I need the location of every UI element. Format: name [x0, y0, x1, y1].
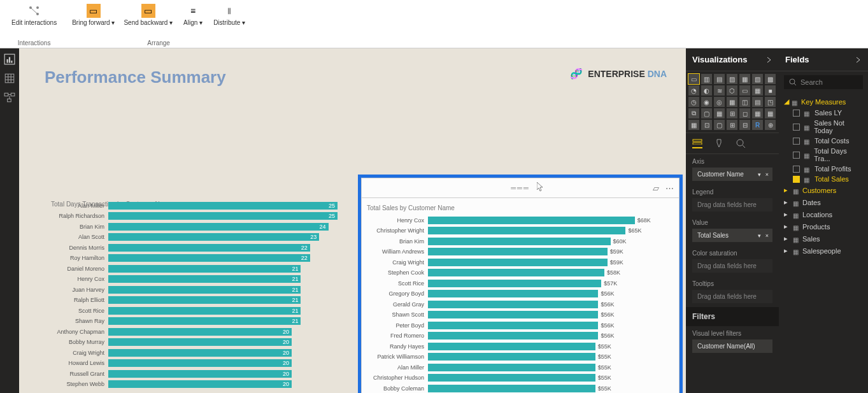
tooltips-dropzone[interactable]: Drag data fields here — [692, 290, 772, 303]
viz-type-icon[interactable]: ◷ — [688, 97, 699, 107]
viz-type-icon[interactable]: ▥ — [701, 74, 712, 84]
bar-row[interactable]: Russell Grant20 — [45, 369, 338, 378]
analytics-tab-icon[interactable] — [736, 138, 746, 148]
viz-type-icon[interactable]: ◎ — [714, 97, 725, 107]
bar-row[interactable]: Scott Rice$57K — [364, 278, 671, 288]
viz-type-icon[interactable]: ■ — [765, 85, 776, 96]
bar-row[interactable]: Daniel Moreno21 — [45, 264, 338, 273]
focus-mode-icon[interactable]: ▱ — [653, 183, 659, 193]
viz-type-icon[interactable]: ◳ — [765, 97, 776, 107]
viz-type-icon[interactable]: ▦ — [765, 108, 776, 118]
viz-type-icon[interactable]: ▦ — [688, 120, 699, 130]
table-group-head[interactable]: ▸Sales — [784, 232, 863, 245]
report-canvas[interactable]: Performance Summary 🧬 ENTERPRISE DNA Tot… — [19, 48, 686, 393]
send-backward-button[interactable]: ▭ Send backward ▾ — [121, 3, 175, 28]
table-group-head[interactable]: ▸Products — [784, 220, 863, 232]
viz-type-icon[interactable]: ▭ — [688, 74, 699, 84]
field-item[interactable]: Sales LY — [784, 108, 863, 118]
viz-type-icon[interactable]: ◐ — [701, 85, 712, 96]
viz-type-icon[interactable]: R — [752, 120, 763, 130]
bar-row[interactable]: Roy Hamilton22 — [45, 254, 338, 263]
viz-type-icon[interactable]: ▦ — [727, 97, 737, 107]
bar-row[interactable]: Anthony Chapman20 — [45, 327, 338, 336]
chart-total-days[interactable]: Total Days Transacting by Customer Name … — [45, 185, 338, 393]
viz-type-icon[interactable]: ▧ — [752, 74, 763, 84]
viz-type-icon[interactable]: ▭ — [739, 85, 750, 96]
bar-row[interactable]: Craig Wright$59K — [364, 257, 671, 267]
bar-row[interactable]: Ralph Richardson25 — [45, 211, 338, 221]
viz-type-icon[interactable]: ▢ — [714, 120, 725, 130]
bar-row[interactable]: Dennis Morris22 — [45, 243, 338, 252]
viz-type-icon[interactable]: ⊞ — [727, 108, 737, 118]
viz-type-icon[interactable]: ⊡ — [701, 120, 712, 130]
field-item[interactable]: Total Days Tra... — [784, 146, 863, 164]
viz-type-icon[interactable]: ▤ — [714, 74, 725, 84]
visual-filter-field[interactable]: Customer Name(All) — [692, 339, 772, 353]
bar-row[interactable]: Stephen Cook$58K — [364, 268, 671, 278]
bar-row[interactable]: Gregory Boyd$56K — [364, 289, 671, 299]
field-item[interactable]: Total Sales — [784, 174, 863, 184]
viz-type-icon[interactable]: ⊞ — [727, 120, 737, 130]
viz-type-icon[interactable]: ▢ — [701, 108, 712, 118]
chart-grip-icon[interactable]: ═══ — [511, 184, 529, 192]
table-group-head[interactable]: ▸Salespeople — [784, 245, 863, 257]
bar-row[interactable]: Christopher Wright$65K — [364, 226, 671, 236]
value-field[interactable]: Total Sales▾× — [692, 229, 772, 242]
field-item[interactable]: Total Profits — [784, 164, 863, 174]
filters-header[interactable]: Filters — [686, 307, 779, 326]
viz-type-icon[interactable]: ◉ — [701, 97, 712, 107]
table-group-head[interactable]: ▸Locations — [784, 208, 863, 220]
format-tab-icon[interactable] — [714, 138, 724, 148]
field-item[interactable]: Sales Not Today — [784, 118, 863, 136]
viz-type-icon[interactable]: ◻ — [739, 108, 750, 118]
viz-type-icon[interactable]: ⊕ — [765, 120, 776, 130]
model-view-icon[interactable] — [4, 92, 15, 103]
fields-header[interactable]: Fields — [779, 48, 868, 71]
viz-type-icon[interactable]: ▩ — [765, 74, 776, 84]
bar-row[interactable]: Howard Lewis20 — [45, 359, 338, 368]
bar-row[interactable]: Shawn Scott$56K — [364, 310, 671, 320]
distribute-button[interactable]: ⫴ Distribute ▾ — [211, 3, 248, 28]
bar-row[interactable]: Shawn Ray21 — [45, 317, 338, 326]
field-item[interactable]: Total Costs — [784, 136, 863, 146]
bar-row[interactable]: Alan Scott23 — [45, 232, 338, 242]
viz-type-icon[interactable]: ▦ — [752, 108, 763, 118]
bar-row[interactable]: Scott Rice21 — [45, 306, 338, 315]
bar-row[interactable]: Henry Cox$68K — [364, 215, 671, 225]
viz-type-icon[interactable]: ▦ — [714, 108, 725, 118]
viz-type-icon[interactable]: ▤ — [752, 97, 763, 107]
bar-row[interactable]: Gerald Gray$56K — [364, 299, 671, 309]
report-view-icon[interactable] — [4, 54, 15, 65]
chevron-right-icon[interactable] — [855, 57, 862, 63]
chevron-right-icon[interactable] — [766, 57, 772, 63]
viz-type-icon[interactable]: ▨ — [727, 74, 737, 84]
bar-row[interactable]: Brian Kim$60K — [364, 236, 671, 246]
viz-type-icon[interactable]: ▦ — [752, 85, 763, 96]
bar-row[interactable]: Ralph Elliott21 — [45, 296, 338, 305]
align-button[interactable]: ≡ Align ▾ — [179, 3, 207, 28]
table-group-head[interactable]: ▸Customers — [784, 184, 863, 196]
viz-type-icon[interactable]: ▦ — [739, 74, 750, 84]
viz-type-icon[interactable]: ◫ — [739, 97, 750, 107]
chart-total-sales[interactable]: ═══ ▱ ⋯ Total Sales by Customer Name Hen… — [358, 175, 683, 393]
table-group-head[interactable]: ▸Dates — [784, 196, 863, 208]
bar-row[interactable]: Craig Wright20 — [45, 348, 338, 357]
axis-field[interactable]: Customer Name▾× — [692, 168, 772, 181]
viz-type-icon[interactable]: ≋ — [714, 85, 725, 96]
bring-forward-button[interactable]: ▭ Bring forward ▾ — [69, 3, 117, 28]
bar-row[interactable]: Bobby Murray20 — [45, 338, 338, 347]
data-view-icon[interactable] — [4, 73, 15, 84]
bar-row[interactable]: Fred Romero$56K — [364, 331, 671, 341]
visualizations-header[interactable]: Visualizations — [686, 48, 779, 71]
bar-row[interactable]: Alan Miller$55K — [364, 362, 671, 372]
bar-row[interactable]: Juan Harvey21 — [45, 285, 338, 294]
bar-row[interactable]: Bobby Coleman$55K — [364, 383, 671, 393]
bar-row[interactable]: Brian Kim24 — [45, 222, 338, 231]
search-input[interactable]: Search — [784, 75, 863, 89]
viz-type-icon[interactable]: ⧉ — [688, 108, 699, 118]
bar-row[interactable]: Patrick Williamson$55K — [364, 352, 671, 362]
viz-type-icon[interactable]: ⬡ — [727, 85, 737, 96]
key-measures-head[interactable]: ◢ Key Measures — [784, 96, 863, 108]
viz-type-icon[interactable]: ◔ — [688, 85, 699, 96]
viz-type-icon[interactable]: ⊟ — [739, 120, 750, 130]
